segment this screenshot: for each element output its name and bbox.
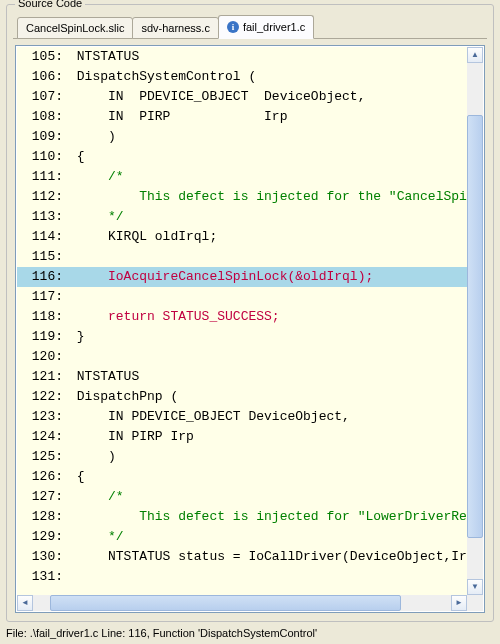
line-number: 119:	[17, 327, 67, 347]
code-text: )	[67, 127, 467, 147]
code-text: )	[67, 447, 467, 467]
code-text: IN PDEVICE_OBJECT DeviceObject,	[67, 407, 467, 427]
code-text: DispatchSystemControl (	[67, 67, 467, 87]
scroll-up-button[interactable]: ▲	[467, 47, 483, 63]
code-line[interactable]: 123: IN PDEVICE_OBJECT DeviceObject,	[17, 407, 467, 427]
file-tabs: CancelSpinLock.slicsdv-harness.cifail_dr…	[13, 17, 487, 39]
code-line[interactable]: 111: /*	[17, 167, 467, 187]
file-tab-label: CancelSpinLock.slic	[26, 22, 124, 34]
code-line[interactable]: 113: */	[17, 207, 467, 227]
code-text: */	[67, 207, 467, 227]
code-text: This defect is injected for the "CancelS…	[67, 187, 467, 207]
code-text: DispatchPnp (	[67, 387, 467, 407]
line-number: 116:	[17, 267, 67, 287]
horizontal-scrollbar[interactable]: ◄ ►	[17, 595, 467, 611]
code-line[interactable]: 130: NTSTATUS status = IoCallDriver(Devi…	[17, 547, 467, 567]
code-line[interactable]: 117:	[17, 287, 467, 307]
code-line[interactable]: 120:	[17, 347, 467, 367]
horizontal-scroll-track[interactable]	[33, 595, 451, 611]
code-text: /*	[67, 487, 467, 507]
code-text: IN PIRP Irp	[67, 427, 467, 447]
line-number: 110:	[17, 147, 67, 167]
status-bar: File: .\fail_driver1.c Line: 116, Functi…	[4, 624, 496, 642]
code-text: IoAcquireCancelSpinLock(&oldIrql);	[67, 267, 467, 287]
line-number: 123:	[17, 407, 67, 427]
file-tab-label: fail_driver1.c	[243, 21, 305, 33]
line-number: 121:	[17, 367, 67, 387]
code-text: NTSTATUS	[67, 47, 467, 67]
file-tab-1[interactable]: sdv-harness.c	[132, 17, 218, 39]
code-line[interactable]: 105: NTSTATUS	[17, 47, 467, 67]
code-line[interactable]: 128: This defect is injected for "LowerD…	[17, 507, 467, 527]
code-line[interactable]: 124: IN PIRP Irp	[17, 427, 467, 447]
code-text: This defect is injected for "LowerDriver…	[67, 507, 467, 527]
panel-title: Source Code	[15, 0, 85, 9]
line-number: 120:	[17, 347, 67, 367]
scroll-down-button[interactable]: ▼	[467, 579, 483, 595]
scroll-right-button[interactable]: ►	[451, 595, 467, 611]
line-number: 115:	[17, 247, 67, 267]
code-line[interactable]: 118: return STATUS_SUCCESS;	[17, 307, 467, 327]
line-number: 118:	[17, 307, 67, 327]
horizontal-scroll-thumb[interactable]	[50, 595, 401, 611]
code-line[interactable]: 125: )	[17, 447, 467, 467]
line-number: 109:	[17, 127, 67, 147]
vertical-scrollbar[interactable]: ▲ ▼	[467, 47, 483, 595]
code-text: return STATUS_SUCCESS;	[67, 307, 467, 327]
code-viewport[interactable]: 105: NTSTATUS106: DispatchSystemControl …	[17, 47, 467, 595]
code-text: IN PIRP Irp	[67, 107, 467, 127]
line-number: 122:	[17, 387, 67, 407]
code-line[interactable]: 119: }	[17, 327, 467, 347]
code-line[interactable]: 115:	[17, 247, 467, 267]
file-tab-0[interactable]: CancelSpinLock.slic	[17, 17, 133, 39]
code-text: IN PDEVICE_OBJECT DeviceObject,	[67, 87, 467, 107]
vertical-scroll-track[interactable]	[467, 63, 483, 579]
code-text	[67, 287, 467, 307]
line-number: 126:	[17, 467, 67, 487]
code-line[interactable]: 127: /*	[17, 487, 467, 507]
code-line[interactable]: 131:	[17, 567, 467, 587]
code-text	[67, 247, 467, 267]
code-text: }	[67, 327, 467, 347]
line-number: 127:	[17, 487, 67, 507]
line-number: 111:	[17, 167, 67, 187]
code-text: NTSTATUS	[67, 367, 467, 387]
line-number: 112:	[17, 187, 67, 207]
code-line[interactable]: 126: {	[17, 467, 467, 487]
code-line[interactable]: 122: DispatchPnp (	[17, 387, 467, 407]
line-number: 108:	[17, 107, 67, 127]
code-line[interactable]: 106: DispatchSystemControl (	[17, 67, 467, 87]
code-text: {	[67, 467, 467, 487]
line-number: 128:	[17, 507, 67, 527]
code-line[interactable]: 110: {	[17, 147, 467, 167]
code-text: KIRQL oldIrql;	[67, 227, 467, 247]
code-text	[67, 347, 467, 367]
code-line[interactable]: 114: KIRQL oldIrql;	[17, 227, 467, 247]
code-text: {	[67, 147, 467, 167]
code-line[interactable]: 116: IoAcquireCancelSpinLock(&oldIrql);	[17, 267, 467, 287]
code-text	[67, 567, 467, 587]
line-number: 113:	[17, 207, 67, 227]
code-line[interactable]: 107: IN PDEVICE_OBJECT DeviceObject,	[17, 87, 467, 107]
line-number: 106:	[17, 67, 67, 87]
line-number: 117:	[17, 287, 67, 307]
code-text: /*	[67, 167, 467, 187]
code-editor: 105: NTSTATUS106: DispatchSystemControl …	[15, 45, 485, 613]
code-text: */	[67, 527, 467, 547]
vertical-scroll-thumb[interactable]	[467, 115, 483, 538]
code-line[interactable]: 129: */	[17, 527, 467, 547]
line-number: 125:	[17, 447, 67, 467]
line-number: 124:	[17, 427, 67, 447]
file-tab-2[interactable]: ifail_driver1.c	[218, 15, 314, 39]
scroll-left-button[interactable]: ◄	[17, 595, 33, 611]
code-line[interactable]: 108: IN PIRP Irp	[17, 107, 467, 127]
line-number: 130:	[17, 547, 67, 567]
source-code-panel: Source Code CancelSpinLock.slicsdv-harne…	[6, 4, 494, 622]
line-number: 105:	[17, 47, 67, 67]
code-line[interactable]: 112: This defect is injected for the "Ca…	[17, 187, 467, 207]
line-number: 131:	[17, 567, 67, 587]
line-number: 114:	[17, 227, 67, 247]
code-line[interactable]: 121: NTSTATUS	[17, 367, 467, 387]
line-number: 107:	[17, 87, 67, 107]
code-line[interactable]: 109: )	[17, 127, 467, 147]
